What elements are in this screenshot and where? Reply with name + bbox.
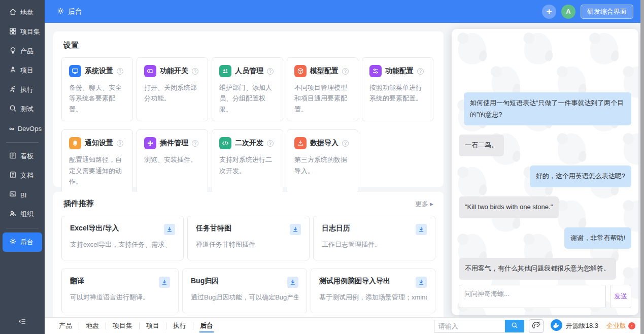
sidebar-item-bi[interactable]: BI: [3, 185, 42, 205]
zentao-logo: [550, 319, 563, 333]
plugin-card-bug-attribution[interactable]: Bug归因 通过Bug归因功能，可以确定Bug产生的: [182, 269, 307, 313]
sidebar-item-dipan[interactable]: 地盘: [3, 3, 42, 22]
settings-card-notification[interactable]: 通知设置 ? 配置通知路径，自定义需要通知的动作。: [61, 129, 133, 193]
sidebar-item-wendang[interactable]: 文档: [3, 166, 42, 185]
settings-card-import[interactable]: 数据导入 ? 第三方系统的数据导入。: [287, 129, 358, 193]
help-icon[interactable]: ?: [342, 140, 349, 147]
tab-houtai[interactable]: 后台: [193, 318, 220, 334]
help-icon[interactable]: ?: [117, 140, 123, 147]
magnifier-icon: [9, 105, 17, 114]
settings-card-staff[interactable]: 人员管理 ? 维护部门、添加人员、分组配置权限。: [212, 57, 283, 121]
plugin-card-excel[interactable]: Excel导出/导入 支持excel导出，支持任务、需求、: [61, 216, 184, 260]
tab-xiangmuji[interactable]: 项目集: [106, 318, 139, 334]
sidebar-item-label: 后台: [20, 238, 33, 247]
sidebar-divider: [6, 142, 39, 143]
import-icon: [294, 137, 307, 149]
grid-icon: [9, 27, 17, 37]
sidebar-item-xiangmuji[interactable]: 项目集: [3, 22, 42, 42]
add-button[interactable]: +: [542, 5, 556, 19]
search-button[interactable]: [505, 320, 524, 332]
sidebar: 地盘 项目集 产品 项目 执行 测试 ∞ DevOps 看板 文档 BI 组织: [0, 0, 45, 334]
help-icon[interactable]: ?: [267, 68, 274, 75]
magic-conch-button[interactable]: [529, 319, 544, 333]
chat-input[interactable]: [459, 285, 606, 308]
help-icon[interactable]: ?: [267, 140, 274, 147]
avatar-letter: A: [566, 8, 570, 15]
download-icon[interactable]: [164, 224, 175, 235]
sidebar-item-devops[interactable]: ∞ DevOps: [3, 119, 42, 138]
team-icon: [219, 65, 231, 77]
infinity-icon: ∞: [9, 125, 14, 132]
tab-zhixing[interactable]: 执行: [166, 318, 193, 334]
help-icon[interactable]: ?: [417, 68, 424, 75]
sidebar-item-label: BI: [20, 191, 26, 199]
sidebar-item-label: DevOps: [18, 125, 42, 132]
chat-message-bot: 一石二鸟。: [459, 135, 504, 156]
settings-panel: 设置 系统设置 ? 备份、聊天、安全等系统各要素配置。 功能开关 ? 打开、关闭…: [53, 31, 444, 187]
plugin-card-desc: 基于测试用例，添加场景管理；xmind 导: [319, 293, 427, 302]
more-plugins-link[interactable]: 更多▶: [415, 199, 433, 209]
sidebar-item-houtai[interactable]: 后台: [3, 232, 42, 252]
download-icon[interactable]: [287, 277, 298, 288]
sidebar-item-label: 文档: [20, 171, 33, 180]
code-icon: [219, 137, 231, 149]
settings-card-plugins[interactable]: 插件管理 ? 浏览、安装插件。: [137, 129, 208, 193]
search-icon: [511, 322, 518, 330]
help-icon[interactable]: ?: [117, 68, 123, 75]
page-title-text: 后台: [68, 7, 82, 16]
settings-card-feature-config[interactable]: 功能配置 ? 按照功能菜单进行系统的要素配置。: [362, 57, 433, 121]
send-button[interactable]: 发送: [610, 285, 631, 308]
plugin-card-desc: 工作日志管理插件。: [322, 240, 427, 249]
scrollbar-thumb[interactable]: [640, 0, 644, 334]
sidebar-item-ceshi[interactable]: 测试: [3, 99, 42, 119]
download-icon[interactable]: [159, 277, 170, 288]
download-icon[interactable]: [416, 277, 427, 288]
rocket-icon: [9, 66, 17, 75]
tab-chanpin[interactable]: 产品: [52, 318, 79, 334]
plugin-card-log-calendar[interactable]: 日志日历 工作日志管理插件。: [313, 216, 435, 260]
sidebar-item-chanpin[interactable]: 产品: [3, 42, 42, 61]
sidebar-item-zhixing[interactable]: 执行: [3, 80, 42, 99]
settings-title: 设置: [63, 41, 79, 50]
plugin-card-gantt[interactable]: 任务甘特图 禅道任务甘特图插件: [187, 216, 310, 260]
gear-icon: [9, 238, 17, 247]
gear-icon: [57, 7, 64, 16]
toggle-icon: [144, 65, 156, 77]
settings-card-desc: 维护部门、添加人员、分组配置权限。: [219, 82, 276, 115]
sidebar-item-zuzhi[interactable]: 组织: [3, 205, 42, 224]
plugin-card-translate[interactable]: 翻译 可以对禅道语言进行翻译。: [61, 269, 179, 313]
sidebar-item-xiangmu[interactable]: 项目: [3, 61, 42, 80]
download-icon[interactable]: [416, 224, 427, 235]
settings-card-system[interactable]: 系统设置 ? 备份、聊天、安全等系统各要素配置。: [61, 57, 133, 121]
collapse-sidebar-button[interactable]: [0, 315, 45, 330]
bottom-tabs: 产品 地盘 项目集 项目 执行 后台: [52, 318, 220, 334]
settings-card-desc: 按照功能菜单进行系统的要素配置。: [369, 82, 426, 104]
sidebar-item-label: 看板: [20, 152, 33, 161]
workspace-switch-button[interactable]: 研发综合界面: [581, 5, 633, 19]
plus-icon: +: [546, 6, 552, 17]
help-icon[interactable]: ?: [192, 140, 198, 147]
chat-message-bot: "Kill two birds with one stone.": [459, 196, 559, 218]
page-scrollbar[interactable]: [640, 0, 644, 334]
help-icon[interactable]: ?: [192, 68, 198, 75]
sidebar-item-label: 组织: [20, 210, 33, 219]
tab-xiangmu[interactable]: 项目: [140, 318, 166, 334]
settings-card-feature-switch[interactable]: 功能开关 ? 打开、关闭系统部分功能。: [137, 57, 208, 121]
upgrade-link[interactable]: 企业版 ↑: [606, 321, 635, 330]
settings-card-desc: 配置通知路径，自定义需要通知的动作。: [69, 154, 125, 187]
sidebar-item-kanban[interactable]: 看板: [3, 147, 42, 166]
settings-card-desc: 备份、聊天、安全等系统各要素配置。: [69, 82, 125, 115]
search-input[interactable]: [434, 320, 505, 332]
chat-messages: 如何使用一句短语表达“只做了一件事就达到了两个目的”的意思? 一石二鸟。 好的，…: [452, 29, 638, 285]
version-label: 开源版18.3: [566, 321, 598, 330]
plugin-card-testcase-mindmap[interactable]: 测试用例脑图导入导出 基于测试用例，添加场景管理；xmind 导: [311, 269, 435, 313]
upgrade-arrow-icon: ↑: [628, 322, 635, 329]
settings-card-dev[interactable]: 二次开发 ? 支持对系统进行二次开发。: [212, 129, 283, 193]
home-icon: [9, 8, 17, 17]
chat-message-user: 好的，这个用英语怎么表达呢?: [530, 165, 631, 187]
tab-dipan[interactable]: 地盘: [79, 318, 106, 334]
download-icon[interactable]: [290, 224, 301, 235]
avatar[interactable]: A: [561, 5, 575, 19]
settings-card-model[interactable]: 模型配置 ? 不同项目管理模型和项目通用要素配置。: [287, 57, 358, 121]
help-icon[interactable]: ?: [342, 68, 349, 75]
